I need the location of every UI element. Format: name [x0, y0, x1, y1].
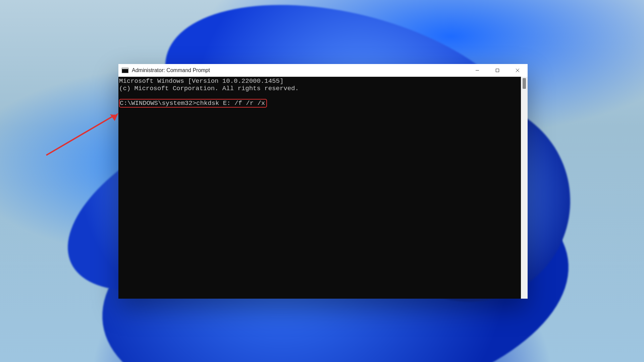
command-prompt-window[interactable]: Administrator: Command Prompt Microsoft … [118, 64, 528, 299]
close-icon [516, 68, 520, 72]
minimize-button[interactable] [467, 64, 487, 77]
close-button[interactable] [507, 64, 528, 77]
scrollbar[interactable] [521, 77, 528, 299]
cmd-icon [122, 68, 128, 73]
console-line: (c) Microsoft Corporation. All rights re… [119, 85, 299, 92]
highlighted-command: C:\WINDOWS\system32>chkdsk E: /f /r /x [119, 99, 267, 108]
minimize-icon [475, 68, 479, 72]
maximize-icon [495, 68, 499, 72]
scroll-thumb[interactable] [523, 78, 526, 89]
maximize-button[interactable] [487, 64, 507, 77]
titlebar[interactable]: Administrator: Command Prompt [118, 64, 528, 77]
console-area[interactable]: Microsoft Windows [Version 10.0.22000.14… [118, 77, 528, 299]
console-output[interactable]: Microsoft Windows [Version 10.0.22000.14… [118, 77, 521, 299]
window-title: Administrator: Command Prompt [132, 67, 210, 73]
console-line: Microsoft Windows [Version 10.0.22000.14… [119, 77, 283, 85]
svg-rect-1 [496, 69, 499, 72]
